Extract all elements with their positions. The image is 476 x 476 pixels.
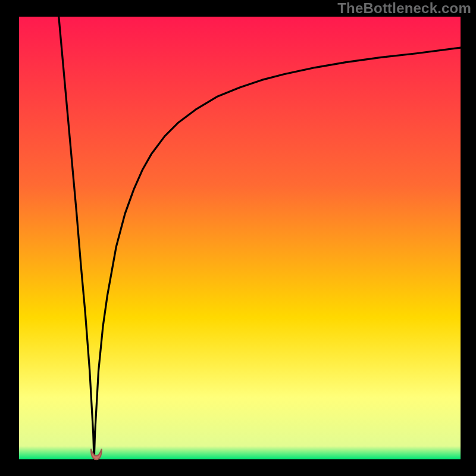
chart-stage: TheBottleneck.com <box>0 0 476 476</box>
watermark-text: TheBottleneck.com <box>337 0 471 17</box>
gradient-plot-area <box>19 17 461 459</box>
plot-svg <box>0 0 476 476</box>
